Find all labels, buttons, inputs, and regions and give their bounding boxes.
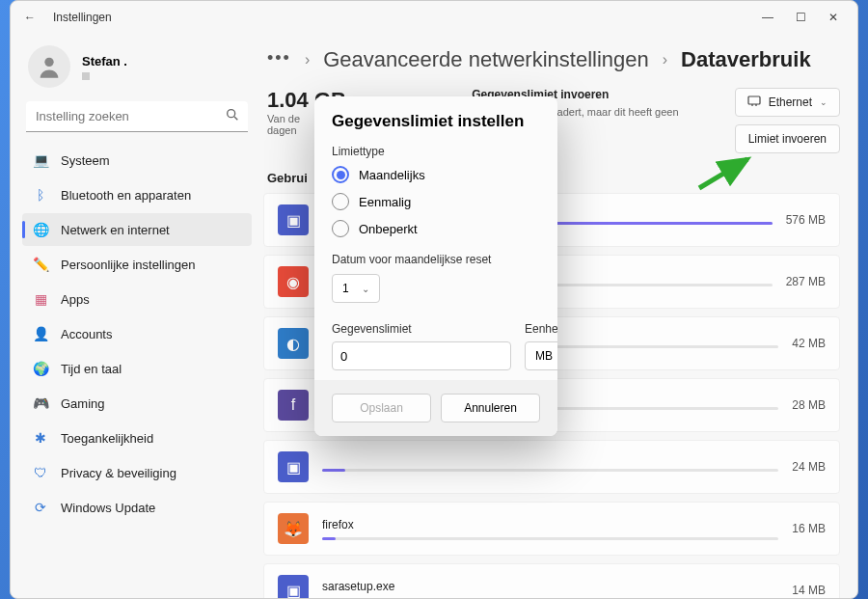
reset-date-select[interactable]: 1 ⌄: [332, 274, 380, 303]
limit-type-radios: MaandelijksEenmaligOnbeperkt: [332, 166, 540, 237]
cancel-button[interactable]: Annuleren: [441, 394, 540, 422]
radio-ring: [332, 193, 349, 210]
unit-label: Eenheid: [525, 322, 557, 336]
data-limit-modal: Gegevenslimiet instellen Limiettype Maan…: [314, 96, 557, 436]
modal-title: Gegevenslimiet instellen: [332, 112, 540, 131]
radio-ring: [332, 220, 349, 237]
unit-select[interactable]: MB ⌄: [525, 341, 557, 370]
radio-label: Eenmalig: [359, 195, 411, 209]
limit-type-label: Limiettype: [332, 145, 540, 158]
data-limit-input[interactable]: [332, 341, 511, 370]
save-button[interactable]: Opslaan: [332, 394, 431, 422]
radio-option[interactable]: Maandelijks: [332, 166, 540, 183]
radio-ring: [332, 166, 349, 183]
radio-label: Onbeperkt: [359, 222, 418, 236]
chevron-down-icon: ⌄: [362, 284, 369, 294]
data-limit-label: Gegevenslimiet: [332, 322, 511, 336]
modal-backdrop: Gegevenslimiet instellen Limiettype Maan…: [0, 0, 868, 599]
radio-label: Maandelijks: [359, 168, 425, 182]
reset-date-label: Datum voor maandelijkse reset: [332, 253, 540, 266]
radio-option[interactable]: Onbeperkt: [332, 220, 540, 237]
radio-option[interactable]: Eenmalig: [332, 193, 540, 210]
